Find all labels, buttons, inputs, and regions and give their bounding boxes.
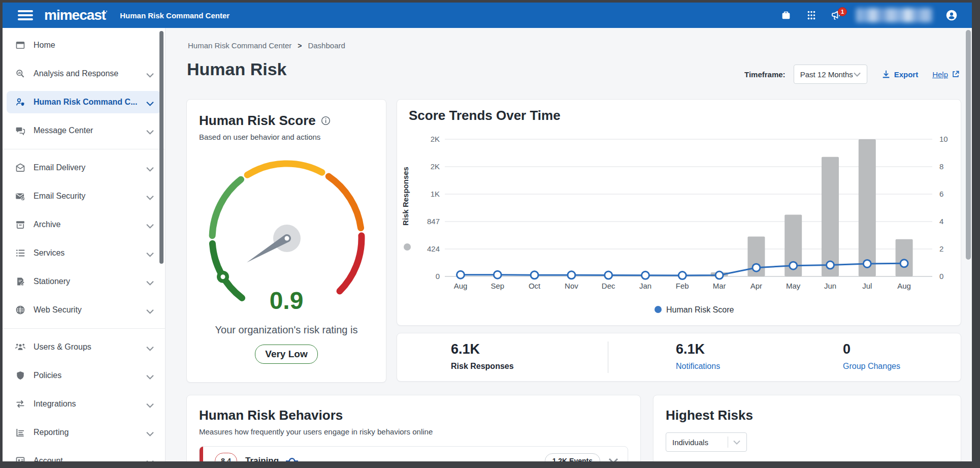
export-button[interactable]: Export (881, 70, 919, 79)
sidebar-item-archive[interactable]: Archive (7, 213, 161, 236)
sidebar-item-analysis-and-response[interactable]: Analysis and Response (7, 63, 161, 85)
svg-text:0: 0 (436, 272, 440, 280)
sidebar-item-email-security[interactable]: Email Security (7, 185, 161, 207)
stats-card: 6.1KRisk Responses6.1KNotifications0Grou… (397, 333, 961, 382)
sidebar-item-label: Policies (34, 371, 61, 380)
breadcrumb-item[interactable]: Dashboard (308, 41, 345, 50)
help-link[interactable]: Help (932, 70, 960, 79)
sidebar-item-reporting[interactable]: Reporting (7, 421, 161, 444)
stat-group-changes[interactable]: 0Group Changes (843, 341, 900, 371)
svg-text:4: 4 (939, 217, 943, 226)
behaviors-subtitle: Measures how frequently your users engag… (199, 427, 628, 436)
svg-text:May: May (786, 282, 801, 290)
main-scrollbar[interactable] (966, 30, 971, 260)
behavior-score-badge: 8.4 (215, 453, 237, 462)
chevron-down-icon[interactable] (608, 458, 618, 461)
behavior-name: Training (245, 456, 279, 461)
stat-notifications[interactable]: 6.1KNotifications (676, 341, 720, 371)
sidebar-scrollbar[interactable] (159, 31, 164, 264)
sidebar-item-message-center[interactable]: Message Center (7, 119, 161, 142)
hamburger-menu-icon[interactable] (18, 10, 33, 20)
sidebar-divider (3, 328, 165, 329)
sidebar-item-home[interactable]: Home (7, 34, 161, 56)
chevron-down-icon (146, 71, 154, 80)
svg-text:6: 6 (939, 190, 943, 198)
behaviors-title: Human Risk Behaviors (199, 408, 628, 423)
briefcase-icon[interactable] (780, 9, 792, 21)
sidebar-item-label: Analysis and Response (34, 69, 118, 78)
stat-value: 6.1K (676, 341, 720, 357)
stat-label[interactable]: Notifications (676, 362, 720, 371)
sidebar-item-label: Integrations (34, 399, 76, 409)
sidebar-item-label: Services (34, 248, 64, 258)
chevron-down-icon (146, 165, 154, 174)
services-icon (15, 247, 26, 259)
chevron-down-icon (146, 372, 154, 382)
sidebar-item-label: Email Security (34, 192, 85, 201)
chevron-down-icon (854, 72, 861, 77)
chevron-down-icon (146, 193, 154, 202)
policies-icon (15, 370, 26, 381)
users-groups-icon (15, 341, 26, 353)
risks-filter-select[interactable]: Individuals (666, 432, 747, 452)
events-count-pill[interactable]: 1.2K Events (545, 453, 600, 461)
score-trends-chart[interactable]: 2K102K81K68474424200Risk ResponsesAugSep… (397, 100, 962, 326)
stat-risk-responses: 6.1KRisk Responses (451, 341, 514, 371)
chevron-down-icon (146, 401, 154, 410)
svg-text:1K: 1K (431, 190, 440, 198)
account-icon (15, 455, 26, 461)
human-risk-behaviors-card: Human Risk Behaviors Measures how freque… (186, 395, 641, 461)
risk-accent-bar (200, 447, 203, 461)
risk-rating-badge: Very Low (255, 345, 317, 364)
chevron-down-icon (146, 128, 154, 137)
timeframe-select[interactable]: Past 12 Months (794, 65, 867, 84)
chevron-down-icon (146, 458, 154, 461)
email-delivery-icon (15, 162, 26, 173)
sidebar-item-web-security[interactable]: Web Security (7, 299, 161, 321)
stat-label[interactable]: Group Changes (843, 362, 900, 371)
chevron-down-icon (146, 429, 154, 439)
user-avatar-icon[interactable] (945, 9, 958, 21)
sidebar-item-integrations[interactable]: Integrations (7, 393, 161, 415)
sidebar-item-stationery[interactable]: Stationery (7, 270, 161, 293)
stationery-icon (15, 276, 26, 287)
svg-text:Aug: Aug (897, 282, 911, 290)
mimecast-logo[interactable]: mimecast’ (44, 7, 107, 23)
sidebar-item-human-risk-command-c[interactable]: Human Risk Command C... (7, 91, 161, 113)
sidebar-item-label: Web Security (34, 305, 82, 315)
timeframe-label: Timeframe: (744, 70, 786, 79)
risk-rating-caption: Your organization's risk rating is (187, 324, 386, 336)
sidebar-item-label: Email Delivery (34, 163, 85, 172)
sidebar-divider (3, 149, 165, 149)
svg-text:10: 10 (939, 135, 948, 143)
sidebar-item-label: Users & Groups (34, 342, 91, 352)
svg-text:Jul: Jul (862, 282, 872, 290)
svg-text:847: 847 (427, 217, 440, 226)
sidebar-item-account[interactable]: Account (7, 450, 161, 461)
chevron-down-icon (733, 440, 740, 445)
apps-grid-icon[interactable] (805, 9, 818, 21)
message-center-icon (15, 125, 26, 136)
chevron-down-icon (146, 250, 154, 259)
stat-label: Risk Responses (451, 362, 514, 371)
behavior-row-training[interactable]: 8.4Training1.2K Events (199, 446, 628, 461)
page-title: Human Risk (187, 59, 287, 79)
score-card-title: Human Risk Score (199, 113, 316, 129)
breadcrumb-item[interactable]: Human Risk Command Center (188, 41, 291, 50)
svg-text:Human Risk Score: Human Risk Score (666, 305, 734, 314)
sidebar-item-users-groups[interactable]: Users & Groups (7, 336, 161, 358)
archive-icon (15, 219, 26, 230)
svg-text:424: 424 (427, 244, 440, 253)
info-icon[interactable] (321, 116, 331, 126)
download-icon (881, 70, 891, 79)
svg-text:2K: 2K (431, 162, 440, 171)
sidebar-item-label: Human Risk Command C... (34, 98, 137, 107)
sidebar: HomeAnalysis and ResponseHuman Risk Comm… (3, 28, 166, 461)
sidebar-item-email-delivery[interactable]: Email Delivery (7, 157, 161, 179)
sidebar-item-label: Stationery (34, 277, 70, 286)
sidebar-item-label: Home (34, 41, 55, 50)
sidebar-item-services[interactable]: Services (7, 242, 161, 264)
sidebar-item-policies[interactable]: Policies (7, 364, 161, 387)
announcements-icon[interactable]: 1 (831, 9, 843, 21)
sidebar-item-label: Archive (34, 220, 60, 229)
